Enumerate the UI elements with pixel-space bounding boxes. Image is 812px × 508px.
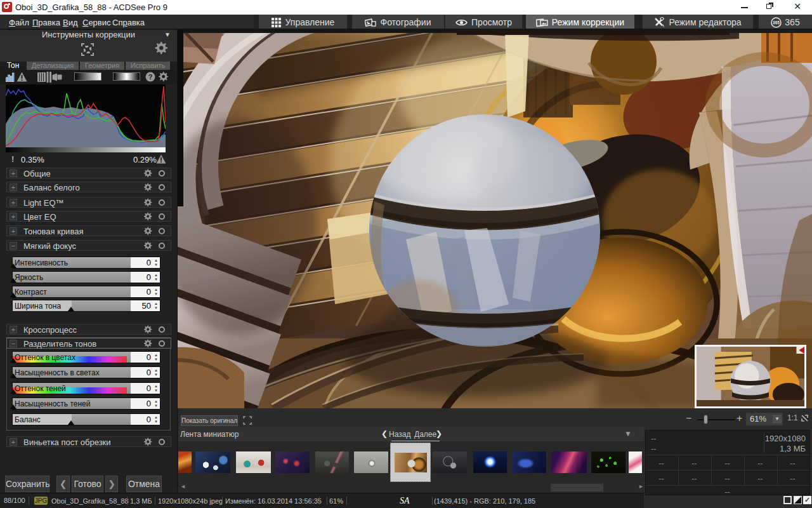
svg-text:365: 365 — [773, 20, 780, 25]
svg-text:?: ? — [148, 73, 153, 81]
